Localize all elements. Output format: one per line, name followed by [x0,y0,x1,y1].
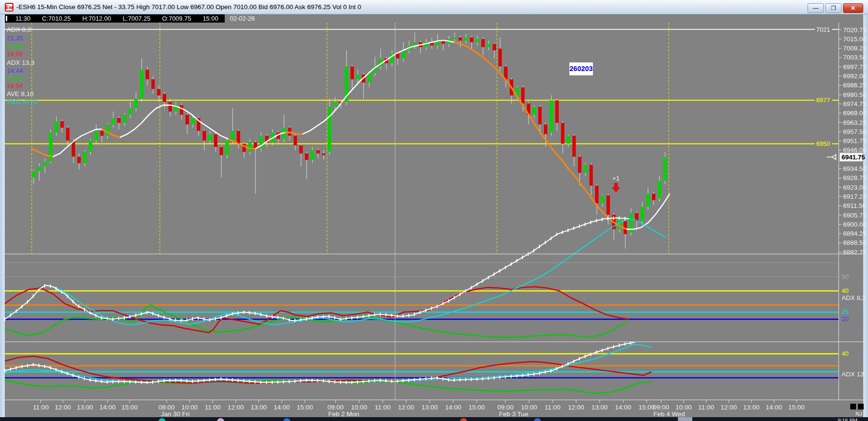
time-tick-label: 13:00 [591,404,608,411]
candle-body [595,186,599,204]
candle-body [225,141,229,155]
level-line-label: 6950 [816,140,830,147]
candle-body [203,131,206,141]
taskbar-app-icon[interactable] [158,418,166,421]
price-tick-label: 7009.25 [843,45,867,52]
session-end-time: 15:00 [203,15,218,22]
candle-body [482,39,485,47]
candle-body [601,195,604,204]
time-tick-label: 15:00 [788,404,805,411]
candle-body [180,105,183,115]
panel-threshold-label: 25 [842,308,848,315]
candle-body [584,165,587,173]
time-tick-label: 13:00 [77,404,93,411]
candle-body [163,94,166,102]
indicator-line-dmi- [5,287,629,333]
study-value-label: 14.95 [7,50,23,58]
price-tick-label: 6946.00 [843,146,867,154]
app-icon: Ew [5,3,13,12]
time-tick-label: 13:00 [251,404,267,411]
price-tick-label: 6882.75 [843,249,867,256]
day-label: Jan 30 Fri [161,410,190,417]
candle-body [191,118,194,124]
taskbar-app-icon[interactable] [460,418,467,421]
panel-name-label: 50 [842,273,849,280]
bar-low: L:7007.25 [123,15,151,22]
candle-body [43,161,47,166]
candle-body [157,89,160,95]
corner-square[interactable] [850,404,856,409]
price-tick-label: 6951.75 [843,137,867,144]
day-label: Feb 3 Tue [499,410,529,417]
moving-average-orange [285,132,302,134]
maximize-button[interactable]: ❐ [825,3,842,13]
taskbar-app-icon[interactable] [534,418,541,421]
candle-body [95,131,98,141]
candle-body [140,70,144,98]
time-tick-label: 14:00 [615,404,631,411]
price-tick-label: 6980.50 [843,91,867,98]
close-button[interactable]: ✕ [843,3,863,13]
level-line-label: 6977 [816,96,830,104]
candle-body [237,131,240,144]
time-tick-label: 15:00 [469,404,485,411]
candle-body [646,194,650,207]
taskbar[interactable]: 9:16 PM [0,417,868,421]
bar-date: 02-02-26 [230,15,255,22]
window-title: -ESH6 15-Min Close 6976.25 Net - 33.75 H… [16,3,361,11]
time-tick-label: 14:00 [766,404,782,411]
corner-square[interactable] [858,404,864,409]
price-tick-label: 7020.75 [843,26,867,34]
time-tick-label: 11:00 [205,404,221,411]
time-tick-label: 11:00 [375,404,391,411]
time-tick-label: 13:00 [422,404,438,411]
bar-high: H:7012.00 [83,15,111,22]
price-tick-label: 6992.00 [843,72,867,80]
candle-body [169,102,172,111]
taskbar-app-icon[interactable] [217,418,224,421]
indicator-line-adxr [46,219,666,325]
taskbar-active-app[interactable] [678,417,692,421]
candle-body [106,124,109,135]
candle-body [521,87,525,104]
time-tick-label: 15:00 [639,404,655,411]
candle-body [470,37,473,42]
candle-body [328,107,331,152]
candle-body [208,134,212,140]
candle-body [55,121,58,132]
time-tick-label: 12:00 [398,404,414,411]
price-tick-label: 6957.50 [843,128,867,135]
time-tick-label: 10:00 [521,404,537,411]
price-tick-label: 6900.00 [843,221,867,228]
candle-body [316,150,320,154]
time-tick-label: 10:00 [351,404,367,411]
study-value-label: 7001.4770 [7,98,37,106]
time-tick-label: 11:00 [545,404,561,411]
candle-body [572,136,576,157]
study-value-label: ADX 8,3 [7,26,31,33]
title-bar[interactable]: Ew -ESH6 15-Min Close 6976.25 Net - 33.7… [0,0,868,14]
candle-body [663,157,667,181]
sell-arrow-icon [612,183,620,192]
candle-body [538,107,542,124]
time-tick-label: 12:00 [568,404,584,411]
time-tick-label: 14:00 [445,404,461,411]
taskbar-app-icon[interactable] [283,418,290,421]
minimize-button[interactable]: — [808,3,824,13]
candle-body [37,167,41,171]
candle-body [402,50,405,59]
candle-body [129,108,132,115]
candle-body [567,136,570,144]
candle-body [498,48,502,66]
panel-threshold-label: 40 [842,350,848,357]
panel-name-label: ADX 8,3 [842,294,866,301]
price-tick-label: 7003.50 [843,54,867,61]
current-price-label: 6941.75 [842,154,865,161]
candle-body [555,100,559,123]
chart-area[interactable]: 7020.757015.007009.257003.506997.756992.… [0,23,868,417]
study-value-label: 23.41 [7,75,23,82]
candle-body [146,70,149,79]
time-tick-label: 14:00 [274,404,290,411]
time-tick-label: 15:00 [121,404,138,411]
corner-initials: NJ [856,411,862,417]
